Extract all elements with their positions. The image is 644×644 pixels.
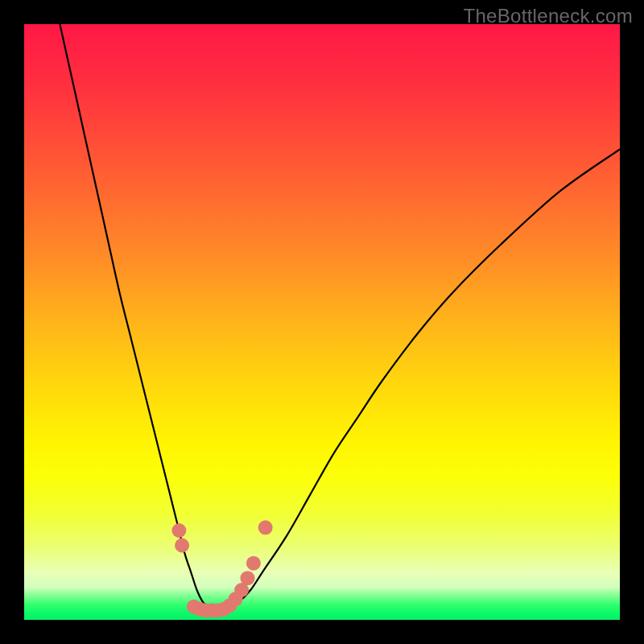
- background-gradient: [24, 24, 620, 620]
- svg-rect-0: [24, 24, 620, 620]
- watermark-text: TheBottleneck.com: [463, 5, 633, 27]
- plot-area: [24, 24, 620, 620]
- chart-frame: TheBottleneck.com: [0, 0, 644, 644]
